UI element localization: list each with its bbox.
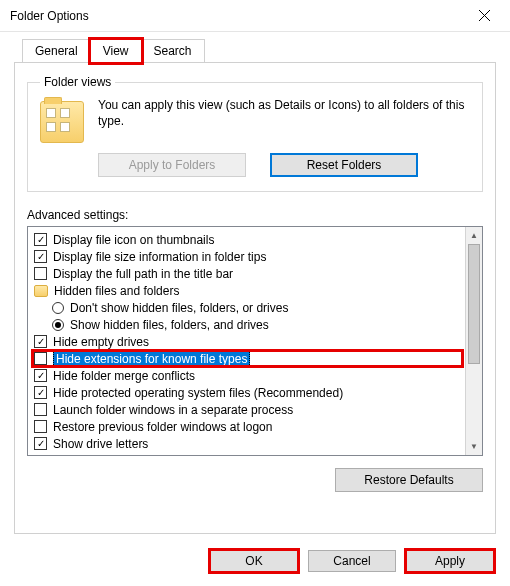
list-item-label: Show hidden files, folders, and drives (70, 318, 269, 332)
checkbox[interactable] (34, 369, 47, 382)
list-item[interactable]: Display file icon on thumbnails (32, 231, 463, 248)
checkbox[interactable] (34, 267, 47, 280)
list-item[interactable]: Show drive letters (32, 435, 463, 452)
checkbox[interactable] (34, 437, 47, 450)
checkbox[interactable] (34, 352, 47, 365)
advanced-settings-list[interactable]: Display file icon on thumbnailsDisplay f… (28, 227, 465, 455)
tab-panel-view: Folder views You can apply this view (su… (14, 62, 496, 534)
list-item[interactable]: Display the full path in the title bar (32, 265, 463, 282)
list-item-label: Hide protected operating system files (R… (53, 386, 343, 400)
list-item[interactable]: Hide protected operating system files (R… (32, 384, 463, 401)
list-item[interactable]: Launch folder windows in a separate proc… (32, 401, 463, 418)
list-item-label: Display file size information in folder … (53, 250, 266, 264)
tab-view[interactable]: View (90, 39, 142, 63)
folder-icon (40, 101, 84, 143)
list-item[interactable]: Hidden files and folders (32, 282, 463, 299)
list-item[interactable]: Don't show hidden files, folders, or dri… (32, 299, 463, 316)
scroll-down-icon[interactable]: ▼ (466, 438, 482, 455)
cancel-button[interactable]: Cancel (308, 550, 396, 572)
window-title: Folder Options (10, 9, 89, 23)
list-item[interactable]: Hide empty drives (32, 333, 463, 350)
scrollbar[interactable]: ▲ ▼ (465, 227, 482, 455)
apply-button[interactable]: Apply (406, 550, 494, 572)
scroll-up-icon[interactable]: ▲ (466, 227, 482, 244)
close-button[interactable] (464, 2, 504, 30)
dialog-content: General View Search Folder views You can… (0, 32, 510, 544)
restore-defaults-button[interactable]: Restore Defaults (335, 468, 483, 492)
list-item[interactable]: Show hidden files, folders, and drives (32, 316, 463, 333)
checkbox[interactable] (34, 233, 47, 246)
list-item-label: Launch folder windows in a separate proc… (53, 403, 293, 417)
reset-folders-button[interactable]: Reset Folders (270, 153, 418, 177)
tab-general[interactable]: General (22, 39, 91, 63)
apply-to-folders-button: Apply to Folders (98, 153, 246, 177)
radio[interactable] (52, 302, 64, 314)
scroll-track[interactable] (466, 244, 482, 438)
dialog-footer: OK Cancel Apply (0, 544, 510, 584)
checkbox[interactable] (34, 250, 47, 263)
radio[interactable] (52, 319, 64, 331)
folder-icon (34, 285, 48, 297)
list-item-label: Hide folder merge conflicts (53, 369, 195, 383)
list-item-label: Display the full path in the title bar (53, 267, 233, 281)
checkbox[interactable] (34, 335, 47, 348)
tab-search[interactable]: Search (141, 39, 205, 63)
list-item-label: Hide extensions for known file types (53, 351, 250, 367)
list-item-label: Restore previous folder windows at logon (53, 420, 272, 434)
close-icon (479, 10, 490, 21)
checkbox[interactable] (34, 403, 47, 416)
list-item[interactable]: Restore previous folder windows at logon (32, 418, 463, 435)
list-item-label: Show drive letters (53, 437, 148, 451)
ok-button[interactable]: OK (210, 550, 298, 572)
folder-views-desc: You can apply this view (such as Details… (98, 97, 470, 129)
list-item-label: Hidden files and folders (54, 284, 179, 298)
scroll-thumb[interactable] (468, 244, 480, 364)
list-item[interactable]: Hide extensions for known file types (32, 350, 463, 367)
folder-views-group: Folder views You can apply this view (su… (27, 75, 483, 192)
advanced-settings-label: Advanced settings: (27, 208, 483, 222)
list-item[interactable]: Display file size information in folder … (32, 248, 463, 265)
list-item-label: Display file icon on thumbnails (53, 233, 214, 247)
list-item-label: Hide empty drives (53, 335, 149, 349)
folder-views-legend: Folder views (40, 75, 115, 89)
checkbox[interactable] (34, 386, 47, 399)
list-item-label: Don't show hidden files, folders, or dri… (70, 301, 288, 315)
advanced-settings-box: Display file icon on thumbnailsDisplay f… (27, 226, 483, 456)
checkbox[interactable] (34, 420, 47, 433)
tabstrip: General View Search (22, 38, 496, 62)
list-item[interactable]: Hide folder merge conflicts (32, 367, 463, 384)
titlebar: Folder Options (0, 0, 510, 32)
